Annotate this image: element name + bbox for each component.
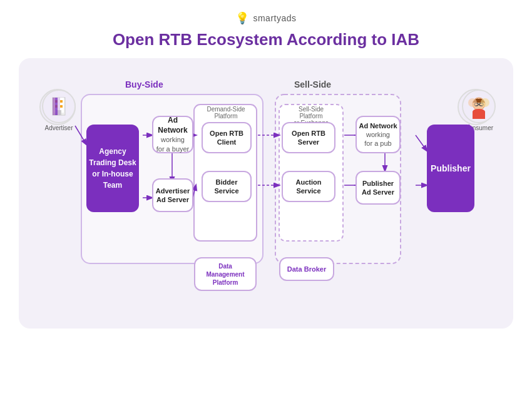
diagram-wrap: Buy-Side Sell-Side	[31, 69, 501, 320]
logo-icon: 💡	[235, 11, 249, 25]
open-rtb-server-title: Open RTBServer	[292, 129, 325, 147]
ad-network-sell-sub: workingfor a pub	[364, 130, 391, 148]
publisher-box: Publisher	[427, 125, 474, 212]
advertiser-group: Advertiser	[40, 89, 78, 131]
agency-label: AgencyTrading Deskor In-houseTeam	[89, 146, 136, 191]
publisher-ad-server-box: PublisherAd Server	[356, 171, 401, 205]
open-rtb-client-title: Open RTBClient	[210, 129, 243, 147]
data-broker-title: Data Broker	[287, 265, 326, 273]
advertiser-label: Advertiser	[44, 125, 73, 131]
main-title: Open RTB Ecosystem According to IAB	[113, 30, 419, 49]
data-mgmt-title: DataManagementPlatform	[206, 262, 244, 287]
ad-network-buy-title: Ad Network	[153, 116, 192, 135]
ad-network-sell-box: Ad Network workingfor a pub	[356, 116, 401, 153]
publisher-ad-server-title: PublisherAd Server	[362, 179, 394, 197]
logo-text: smartyads	[253, 13, 296, 23]
consumer-icon	[462, 89, 496, 123]
open-rtb-server-box: Open RTBServer	[282, 122, 335, 153]
svg-point-35	[468, 98, 477, 107]
svg-rect-25	[60, 105, 63, 108]
logo-area: 💡 smartyads	[235, 11, 296, 25]
open-rtb-client-box: Open RTBClient	[202, 122, 252, 153]
auction-service-title: AuctionService	[296, 178, 322, 196]
bidder-service-title: BidderService	[214, 178, 238, 196]
header: 💡 smartyads Open RTB Ecosystem According…	[113, 0, 419, 49]
svg-line-15	[416, 135, 427, 151]
publisher-label: Publisher	[431, 163, 471, 173]
advertiser-ad-server-box: AdvertiserAd Server	[152, 178, 193, 212]
building-svg	[48, 95, 70, 118]
sell-side-label: Sell-Side	[294, 79, 331, 89]
svg-rect-23	[60, 100, 63, 103]
svg-rect-28	[55, 98, 58, 115]
data-mgmt-box: DataManagementPlatform	[194, 257, 257, 291]
svg-point-36	[481, 98, 489, 107]
advertiser-ad-server-title: AdvertiserAd Server	[156, 186, 190, 205]
ad-network-buy-box: Ad Network workingfor a buyer	[152, 116, 193, 153]
consumer-svg	[466, 94, 491, 119]
buy-side-label: Buy-Side	[125, 79, 163, 89]
dsp-panel-label: Demand-Side Platform	[197, 106, 255, 120]
auction-service-box: AuctionService	[282, 171, 335, 202]
page: 💡 smartyads Open RTB Ecosystem According…	[0, 0, 532, 413]
agency-box: AgencyTrading Deskor In-houseTeam	[86, 125, 139, 212]
svg-rect-27	[53, 98, 55, 115]
diagram-container: Buy-Side Sell-Side	[19, 58, 513, 329]
data-broker-box: Data Broker	[279, 257, 334, 281]
advertiser-icon	[42, 89, 76, 123]
ad-network-buy-sub: workingfor a buyer	[156, 135, 190, 153]
svg-rect-29	[58, 98, 60, 115]
bidder-service-box: BidderService	[202, 171, 252, 202]
ad-network-sell-title: Ad Network	[359, 121, 397, 130]
